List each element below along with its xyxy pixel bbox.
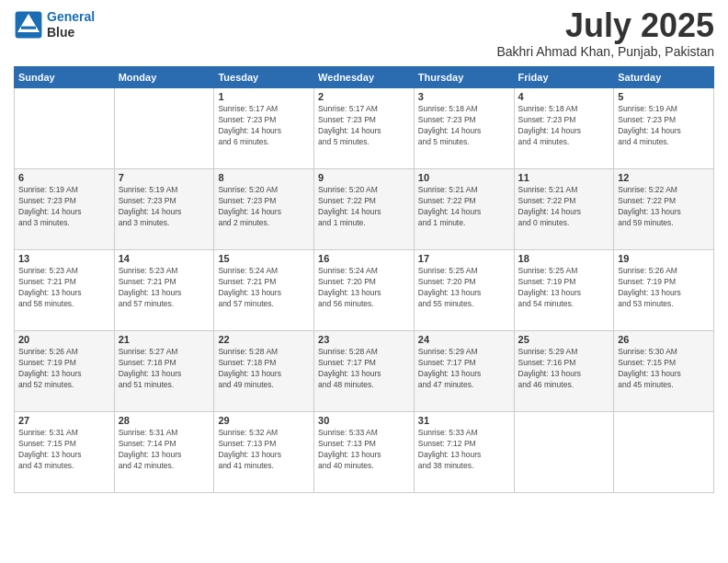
day-number: 4 (518, 91, 610, 102)
calendar-cell: 6Sunrise: 5:19 AM Sunset: 7:23 PM Daylig… (15, 169, 115, 250)
calendar-header-row: SundayMondayTuesdayWednesdayThursdayFrid… (15, 67, 714, 88)
calendar-cell: 5Sunrise: 5:19 AM Sunset: 7:23 PM Daylig… (614, 88, 714, 169)
weekday-header: Monday (114, 67, 214, 88)
calendar-cell: 13Sunrise: 5:23 AM Sunset: 7:21 PM Dayli… (15, 250, 115, 331)
title-block: July 2025 Bakhri Ahmad Khan, Punjab, Pak… (496, 9, 714, 59)
day-info: Sunrise: 5:30 AM Sunset: 7:15 PM Dayligh… (618, 347, 710, 391)
day-info: Sunrise: 5:24 AM Sunset: 7:20 PM Dayligh… (318, 266, 410, 310)
day-info: Sunrise: 5:21 AM Sunset: 7:22 PM Dayligh… (418, 185, 510, 229)
day-number: 7 (119, 172, 210, 183)
weekday-header: Sunday (15, 67, 115, 88)
day-number: 20 (18, 334, 110, 345)
day-number: 15 (218, 253, 310, 264)
calendar-week-row: 27Sunrise: 5:31 AM Sunset: 7:15 PM Dayli… (15, 412, 714, 493)
calendar-cell: 21Sunrise: 5:27 AM Sunset: 7:18 PM Dayli… (114, 331, 214, 412)
day-info: Sunrise: 5:29 AM Sunset: 7:16 PM Dayligh… (518, 347, 610, 391)
page: General Blue July 2025 Bakhri Ahmad Khan… (0, 0, 728, 563)
day-number: 1 (218, 91, 310, 102)
day-number: 23 (318, 334, 410, 345)
calendar-cell: 18Sunrise: 5:25 AM Sunset: 7:19 PM Dayli… (514, 250, 614, 331)
calendar-cell: 30Sunrise: 5:33 AM Sunset: 7:13 PM Dayli… (314, 412, 415, 493)
weekday-header: Tuesday (214, 67, 314, 88)
day-info: Sunrise: 5:23 AM Sunset: 7:21 PM Dayligh… (18, 266, 110, 310)
day-info: Sunrise: 5:19 AM Sunset: 7:23 PM Dayligh… (18, 185, 110, 229)
day-info: Sunrise: 5:29 AM Sunset: 7:17 PM Dayligh… (418, 347, 510, 391)
day-number: 28 (119, 415, 210, 426)
day-info: Sunrise: 5:21 AM Sunset: 7:22 PM Dayligh… (518, 185, 610, 229)
day-info: Sunrise: 5:28 AM Sunset: 7:18 PM Dayligh… (218, 347, 310, 391)
day-number: 13 (18, 253, 110, 264)
calendar-week-row: 6Sunrise: 5:19 AM Sunset: 7:23 PM Daylig… (15, 169, 714, 250)
day-info: Sunrise: 5:20 AM Sunset: 7:23 PM Dayligh… (218, 185, 310, 229)
location: Bakhri Ahmad Khan, Punjab, Pakistan (496, 44, 714, 59)
calendar-cell: 26Sunrise: 5:30 AM Sunset: 7:15 PM Dayli… (614, 331, 714, 412)
day-info: Sunrise: 5:31 AM Sunset: 7:15 PM Dayligh… (18, 428, 110, 472)
logo-text: General Blue (47, 9, 95, 40)
calendar-cell: 14Sunrise: 5:23 AM Sunset: 7:21 PM Dayli… (114, 250, 214, 331)
calendar-cell: 2Sunrise: 5:17 AM Sunset: 7:23 PM Daylig… (314, 88, 415, 169)
day-info: Sunrise: 5:22 AM Sunset: 7:22 PM Dayligh… (618, 185, 710, 229)
calendar-cell: 28Sunrise: 5:31 AM Sunset: 7:14 PM Dayli… (114, 412, 214, 493)
day-number: 14 (119, 253, 210, 264)
calendar-cell: 20Sunrise: 5:26 AM Sunset: 7:19 PM Dayli… (15, 331, 115, 412)
calendar-cell: 4Sunrise: 5:18 AM Sunset: 7:23 PM Daylig… (514, 88, 614, 169)
day-number: 17 (418, 253, 510, 264)
day-number: 2 (318, 91, 410, 102)
calendar-cell: 29Sunrise: 5:32 AM Sunset: 7:13 PM Dayli… (214, 412, 314, 493)
day-number: 21 (119, 334, 210, 345)
calendar-cell: 25Sunrise: 5:29 AM Sunset: 7:16 PM Dayli… (514, 331, 614, 412)
calendar-week-row: 13Sunrise: 5:23 AM Sunset: 7:21 PM Dayli… (15, 250, 714, 331)
calendar-cell: 24Sunrise: 5:29 AM Sunset: 7:17 PM Dayli… (414, 331, 514, 412)
calendar-cell: 17Sunrise: 5:25 AM Sunset: 7:20 PM Dayli… (414, 250, 514, 331)
day-info: Sunrise: 5:26 AM Sunset: 7:19 PM Dayligh… (618, 266, 710, 310)
day-number: 31 (418, 415, 510, 426)
day-info: Sunrise: 5:26 AM Sunset: 7:19 PM Dayligh… (18, 347, 110, 391)
day-info: Sunrise: 5:20 AM Sunset: 7:22 PM Dayligh… (318, 185, 410, 229)
calendar-cell: 7Sunrise: 5:19 AM Sunset: 7:23 PM Daylig… (114, 169, 214, 250)
month-title: July 2025 (496, 9, 714, 42)
day-info: Sunrise: 5:25 AM Sunset: 7:19 PM Dayligh… (518, 266, 610, 310)
calendar-cell (514, 412, 614, 493)
day-info: Sunrise: 5:33 AM Sunset: 7:12 PM Dayligh… (418, 428, 510, 472)
svg-rect-2 (21, 26, 36, 29)
logo: General Blue (14, 9, 95, 40)
calendar-cell (614, 412, 714, 493)
weekday-header: Wednesday (314, 67, 415, 88)
logo-icon (14, 10, 43, 40)
calendar-cell: 27Sunrise: 5:31 AM Sunset: 7:15 PM Dayli… (15, 412, 115, 493)
day-info: Sunrise: 5:28 AM Sunset: 7:17 PM Dayligh… (318, 347, 410, 391)
day-number: 12 (618, 172, 710, 183)
calendar-cell: 3Sunrise: 5:18 AM Sunset: 7:23 PM Daylig… (414, 88, 514, 169)
day-number: 10 (418, 172, 510, 183)
day-number: 6 (18, 172, 110, 183)
day-number: 3 (418, 91, 510, 102)
day-number: 8 (218, 172, 310, 183)
calendar-week-row: 20Sunrise: 5:26 AM Sunset: 7:19 PM Dayli… (15, 331, 714, 412)
day-info: Sunrise: 5:23 AM Sunset: 7:21 PM Dayligh… (119, 266, 210, 310)
day-number: 29 (218, 415, 310, 426)
calendar-cell: 11Sunrise: 5:21 AM Sunset: 7:22 PM Dayli… (514, 169, 614, 250)
logo-line2: Blue (47, 25, 95, 40)
day-info: Sunrise: 5:27 AM Sunset: 7:18 PM Dayligh… (119, 347, 210, 391)
day-info: Sunrise: 5:18 AM Sunset: 7:23 PM Dayligh… (518, 104, 610, 148)
day-number: 19 (618, 253, 710, 264)
day-number: 5 (618, 91, 710, 102)
weekday-header: Saturday (614, 67, 714, 88)
day-info: Sunrise: 5:24 AM Sunset: 7:21 PM Dayligh… (218, 266, 310, 310)
day-number: 9 (318, 172, 410, 183)
day-info: Sunrise: 5:17 AM Sunset: 7:23 PM Dayligh… (218, 104, 310, 148)
day-number: 18 (518, 253, 610, 264)
day-info: Sunrise: 5:19 AM Sunset: 7:23 PM Dayligh… (119, 185, 210, 229)
day-number: 25 (518, 334, 610, 345)
day-number: 26 (618, 334, 710, 345)
header: General Blue July 2025 Bakhri Ahmad Khan… (14, 9, 714, 59)
day-info: Sunrise: 5:19 AM Sunset: 7:23 PM Dayligh… (618, 104, 710, 148)
calendar-cell (114, 88, 214, 169)
calendar-table: SundayMondayTuesdayWednesdayThursdayFrid… (14, 66, 714, 493)
calendar-cell: 9Sunrise: 5:20 AM Sunset: 7:22 PM Daylig… (314, 169, 415, 250)
calendar-cell: 10Sunrise: 5:21 AM Sunset: 7:22 PM Dayli… (414, 169, 514, 250)
day-info: Sunrise: 5:32 AM Sunset: 7:13 PM Dayligh… (218, 428, 310, 472)
calendar-week-row: 1Sunrise: 5:17 AM Sunset: 7:23 PM Daylig… (15, 88, 714, 169)
day-number: 30 (318, 415, 410, 426)
day-info: Sunrise: 5:33 AM Sunset: 7:13 PM Dayligh… (318, 428, 410, 472)
